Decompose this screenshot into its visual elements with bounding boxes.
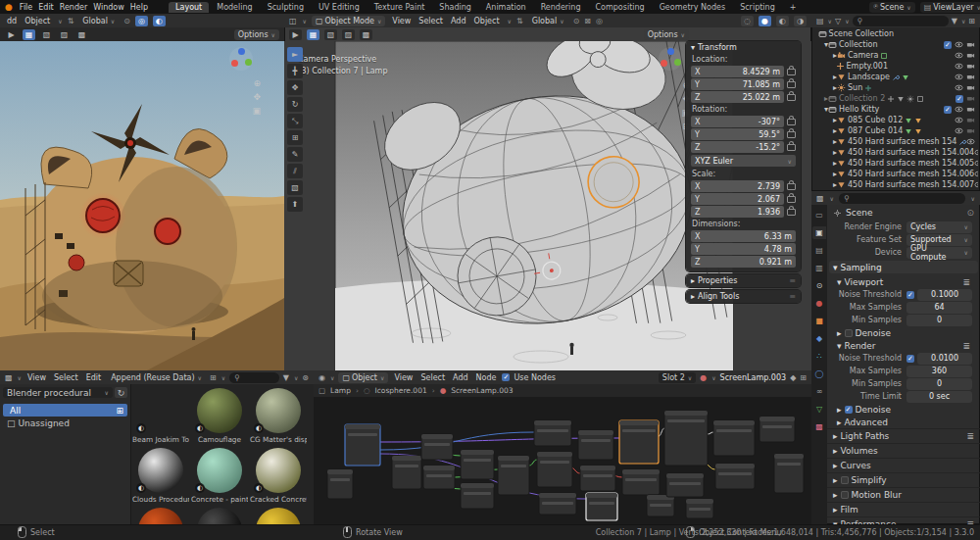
snap-icon[interactable]: ⊙ <box>123 17 130 25</box>
asset-material-card[interactable]: ◐CG Matter's disp... <box>250 388 307 444</box>
editor-type-icon[interactable]: ◫ <box>289 17 297 25</box>
properties-tab-object-data[interactable]: ▽ <box>812 403 826 416</box>
fake-user-icon[interactable]: ◆ <box>790 373 796 382</box>
render-visibility-icon[interactable] <box>966 83 975 92</box>
node-menu-select[interactable]: Select <box>418 373 447 382</box>
topbar-menu-edit[interactable]: Edit <box>36 3 56 12</box>
eye-icon[interactable] <box>955 62 963 71</box>
transform-field[interactable]: Y71.085 m <box>691 78 784 90</box>
transform-field[interactable]: X2.739 <box>691 180 784 192</box>
tool-transform[interactable]: ⊞ <box>287 130 303 145</box>
tool-cursor[interactable]: ╋ <box>287 64 303 78</box>
panel-properties[interactable]: ▸Properties≡ <box>686 274 801 287</box>
pivot-icon[interactable]: ⊙ <box>573 17 580 25</box>
panel-align-tools[interactable]: ▸Align Tools≡ <box>686 290 801 303</box>
filter-funnel-icon[interactable]: ▼ <box>283 373 289 382</box>
viewport-menu-add[interactable]: Add <box>449 17 468 25</box>
lock-icon[interactable] <box>787 131 796 138</box>
topbar-menu-render[interactable]: Render <box>58 3 89 12</box>
orientation-dropdown-center[interactable]: Global∨ <box>528 16 568 26</box>
lock-icon[interactable] <box>787 69 796 75</box>
outliner-row[interactable]: Empty.001 <box>813 61 978 72</box>
asset-material-card[interactable]: ◐ <box>132 508 189 524</box>
mode-dropdown[interactable]: ▢ Object Mode∨ <box>312 16 385 26</box>
tweak-tool-dropdown[interactable]: ▶ <box>289 29 302 40</box>
tweak-tool-dropdown[interactable]: ▶ <box>5 29 18 40</box>
panel-advanced[interactable]: ▸Advanced <box>827 416 980 428</box>
transform-field[interactable]: Y59.5° <box>691 128 784 140</box>
viewport-menu-view[interactable]: View <box>390 17 413 25</box>
tool-add-cube[interactable]: ▧ <box>287 180 303 195</box>
shading-rendered[interactable]: ◑ <box>794 16 807 26</box>
eye-icon[interactable] <box>974 180 978 189</box>
number-field[interactable]: 360 <box>906 366 972 377</box>
denoise-row[interactable]: ▸✓Denoise <box>827 326 980 339</box>
outliner-row[interactable]: ▸Landscape <box>813 72 978 82</box>
gear-icon[interactable]: ⊛ <box>302 373 309 382</box>
eye-icon[interactable] <box>955 105 963 114</box>
import-method-dropdown[interactable]: Append (Reuse Data)∨ <box>107 372 206 383</box>
properties-tab-output[interactable]: ▤ <box>812 244 826 257</box>
options-dropdown-left[interactable]: Options∨ <box>234 29 279 40</box>
tool-move[interactable]: ✥ <box>287 80 303 95</box>
workspace-tab-rendering[interactable]: Rendering <box>534 2 588 13</box>
properties-tab-world[interactable]: ● <box>812 297 826 310</box>
filter-icon[interactable]: ▽ <box>835 17 841 25</box>
outliner-row[interactable]: Scene Collection <box>813 28 978 39</box>
viewport-menu-object[interactable]: Object <box>472 17 502 25</box>
pin-icon[interactable]: ⊙ <box>966 208 974 218</box>
options-dropdown-center[interactable]: Options∨ <box>644 29 689 40</box>
library-dropdown[interactable]: Blender procedural∨ <box>3 387 113 398</box>
shader-type-dropdown[interactable]: ▢ Object∨ <box>338 372 388 383</box>
subpanel-viewport[interactable]: ▾Viewport≣ <box>827 275 980 288</box>
properties-tab-view-layer[interactable]: ▥ <box>812 262 826 274</box>
panel-sampling[interactable]: ▾Sampling <box>829 261 978 273</box>
new-collection-icon[interactable]: ⊞ <box>968 17 975 25</box>
tool-scale[interactable]: ⤡ <box>287 114 303 128</box>
asset-material-card[interactable]: ◐Beam Joakim Tom... <box>132 388 189 444</box>
rotation-mode-dropdown[interactable]: XYZ Euler∨ <box>691 155 796 167</box>
properties-tab-physics[interactable]: ◯ <box>812 368 826 380</box>
move-view-icon[interactable]: ✥ <box>253 92 261 102</box>
panel-motion-blur[interactable]: ▸✓Motion Blur <box>827 487 980 502</box>
select-mode-vertex[interactable]: ▦ <box>307 29 319 40</box>
asset-menu-view[interactable]: View <box>25 373 48 382</box>
refresh-icon[interactable]: ↻ <box>115 387 127 398</box>
viewport-menu-object[interactable]: Object <box>23 17 52 25</box>
properties-tab-material[interactable]: ▩ <box>812 420 826 433</box>
asset-search[interactable]: ⚲ <box>229 372 279 383</box>
outliner-search-input[interactable] <box>865 17 943 25</box>
render-visibility-icon[interactable] <box>966 62 975 71</box>
properties-tab-particles[interactable]: ∴ <box>812 350 826 363</box>
workspace-tab-uv-editing[interactable]: UV Editing <box>312 2 367 13</box>
number-field[interactable]: 64 <box>906 302 972 314</box>
lock-icon[interactable] <box>787 81 796 88</box>
panel-curves[interactable]: ▸Curves <box>827 458 980 472</box>
tool-extrude[interactable]: ⬆ <box>287 197 303 212</box>
number-field[interactable]: 0 sec <box>906 391 972 403</box>
viewlayer-selector[interactable]: ▤ ViewLayer ∨ <box>920 2 980 13</box>
topbar-menu-file[interactable]: File <box>18 3 34 12</box>
asset-material-card[interactable]: ◐Clouds Procedural ... <box>132 448 189 504</box>
asset-category-unassigned[interactable]: □Unassigned <box>3 417 127 429</box>
denoise-checkbox[interactable]: ✓ <box>845 406 853 414</box>
breadcrumb-item[interactable]: Icosphere.001 <box>374 386 426 395</box>
number-field[interactable]: 0.1000 <box>917 289 972 301</box>
display-mode-icon[interactable]: ▤ <box>816 17 824 25</box>
select-mode-vertex[interactable]: ▦ <box>23 29 35 40</box>
eye-icon[interactable] <box>974 170 978 178</box>
properties-tab-scene[interactable]: ⊙ <box>812 279 826 292</box>
transform-field[interactable]: X6.33 m <box>691 230 796 242</box>
panel-volumes[interactable]: ▸Volumes <box>827 443 980 458</box>
nav-gizmo-center[interactable] <box>659 47 682 71</box>
eye-icon[interactable] <box>955 116 963 124</box>
asset-material-card[interactable]: ◐Cracked Concrete ... <box>250 448 307 504</box>
preset-icon[interactable]: ≣ <box>966 431 974 441</box>
node-menu-add[interactable]: Add <box>451 373 470 382</box>
snap-magnet-icon[interactable]: ⊠ <box>584 17 591 25</box>
render-visibility-icon[interactable] <box>966 126 975 135</box>
use-nodes-checkbox[interactable]: ✓ <box>502 373 510 381</box>
panel-performance[interactable]: ▾Performance≣ <box>827 516 980 524</box>
shading-wireframe[interactable]: ◌ <box>741 16 754 26</box>
viewport-menu-dd[interactable]: dd <box>5 17 19 25</box>
